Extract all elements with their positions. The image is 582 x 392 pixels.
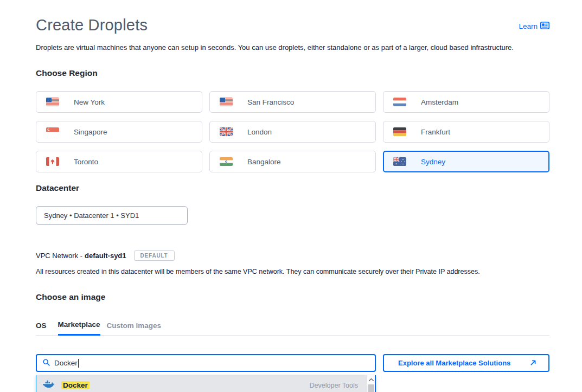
flag-gb-icon (220, 127, 233, 136)
result-item-docker[interactable]: Docker Developer Tools An open platform … (36, 375, 367, 392)
flag-us-icon (46, 98, 59, 106)
tab-marketplace[interactable]: Marketplace (58, 320, 100, 336)
vpc-network-name: default-syd1 (85, 252, 126, 260)
choose-region-heading: Choose Region (36, 68, 549, 78)
region-card-amsterdam[interactable]: Amsterdam (383, 91, 549, 113)
search-input-value: Docker (54, 359, 78, 367)
region-card-new-york[interactable]: New York (36, 91, 202, 113)
region-card-sydney-selected[interactable]: Sydney (383, 151, 549, 172)
image-tabs-bar: OS Marketplace Custom images (36, 320, 549, 336)
result-header: Docker Developer Tools (43, 380, 367, 391)
flag-ca-icon (46, 157, 59, 166)
datacenter-select[interactable]: Sydney • Datacenter 1 • SYD1 (36, 206, 188, 225)
explore-button-label: Explore all Marketplace Solutions (398, 359, 510, 367)
flag-sg-icon (46, 127, 59, 136)
region-card-frankfurt[interactable]: Frankfurt (383, 121, 549, 143)
docker-whale-icon (43, 380, 55, 391)
default-badge: DEFAULT (134, 250, 175, 261)
flag-us-icon (220, 98, 233, 106)
tab-custom-images[interactable]: Custom images (107, 322, 162, 335)
region-card-san-francisco[interactable]: San Francisco (209, 91, 376, 113)
learn-link-label: Learn (519, 22, 538, 30)
choose-image-heading: Choose an image (36, 292, 549, 302)
region-label: Frankfurt (421, 128, 450, 136)
learn-link[interactable]: Learn (519, 22, 549, 31)
flag-in-icon (220, 157, 233, 166)
vpc-network-label: VPC Network - (36, 252, 82, 260)
region-label: San Francisco (247, 98, 294, 106)
result-name-highlighted: Docker (61, 381, 89, 389)
region-label: Sydney (421, 158, 445, 166)
region-card-singapore[interactable]: Singapore (36, 121, 202, 143)
region-card-london[interactable]: London (209, 121, 376, 143)
result-category: Developer Tools (310, 382, 358, 389)
region-grid: New York San Francisco Amsterdam Singapo… (36, 91, 549, 172)
region-label: Singapore (74, 128, 107, 136)
tab-os[interactable]: OS (36, 322, 47, 335)
scroll-up-arrow-icon[interactable] (367, 375, 375, 384)
scrollbar-thumb[interactable] (368, 384, 374, 392)
tutorial-book-icon (540, 22, 549, 31)
create-droplets-page: Create Droplets Learn Droplets are virtu… (0, 16, 582, 392)
region-card-bangalore[interactable]: Bangalore (209, 151, 376, 172)
vpc-network-row: VPC Network - default-syd1 DEFAULT (36, 250, 549, 261)
region-label: New York (74, 98, 105, 106)
text-caret (78, 359, 79, 368)
search-icon (43, 358, 50, 368)
page-title: Create Droplets (36, 16, 148, 34)
explore-marketplace-button[interactable]: Explore all Marketplace Solutions (383, 354, 549, 372)
dropdown-scrollbar[interactable] (367, 375, 375, 392)
datacenter-selected-value: Sydney • Datacenter 1 • SYD1 (44, 211, 139, 220)
region-label: Amsterdam (421, 98, 458, 106)
marketplace-search-input[interactable]: Docker (36, 354, 376, 372)
region-card-toronto[interactable]: Toronto (36, 151, 202, 172)
external-link-arrow-icon (530, 358, 536, 368)
marketplace-search-row: Docker Explore all Marketplace Solutions (36, 354, 549, 372)
page-header: Create Droplets Learn (36, 16, 549, 34)
datacenter-heading: Datacenter (36, 183, 549, 193)
region-label: Bangalore (247, 158, 281, 166)
flag-au-icon (393, 157, 406, 166)
search-results-dropdown: Docker Developer Tools An open platform … (36, 375, 376, 392)
region-label: London (247, 128, 272, 136)
flag-nl-icon (393, 98, 406, 106)
flag-de-icon (393, 127, 406, 136)
region-label: Toronto (74, 158, 98, 166)
page-subtitle: Droplets are virtual machines that anyon… (36, 43, 549, 52)
vpc-description: All resources created in this datacenter… (36, 268, 549, 275)
